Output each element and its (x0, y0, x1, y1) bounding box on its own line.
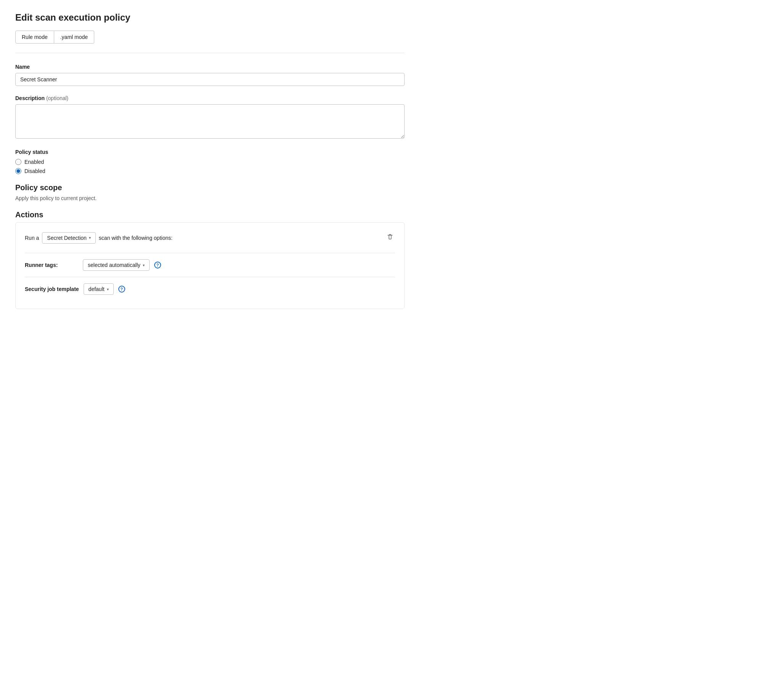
chevron-down-icon-runner: ▾ (143, 263, 145, 267)
action-row: Run a Secret Detection ▾ scan with the f… (25, 232, 395, 244)
security-job-label: Security job template (25, 286, 79, 292)
disabled-radio[interactable] (15, 168, 21, 174)
divider (15, 53, 405, 53)
run-a-text: Run a (25, 235, 39, 241)
description-section: Description (optional) (15, 95, 405, 140)
chevron-down-icon: ▾ (89, 236, 91, 240)
security-job-value: default (89, 286, 105, 292)
scan-type-dropdown[interactable]: Secret Detection ▾ (42, 232, 96, 244)
disabled-radio-option[interactable]: Disabled (15, 168, 405, 174)
page-title: Edit scan execution policy (15, 12, 405, 23)
scan-type-value: Secret Detection (47, 235, 87, 241)
runner-tags-label: Runner tags: (25, 262, 78, 268)
disabled-radio-label: Disabled (24, 168, 45, 174)
enabled-radio[interactable] (15, 159, 21, 165)
action-card: Run a Secret Detection ▾ scan with the f… (15, 222, 405, 309)
actions-section: Actions Run a Secret Detection ▾ scan wi… (15, 210, 405, 309)
mode-tabs: Rule mode .yaml mode (15, 31, 405, 44)
chevron-down-icon-job: ▾ (107, 287, 109, 291)
security-job-dropdown[interactable]: default ▾ (84, 283, 114, 295)
runner-tags-value: selected automatically (88, 262, 140, 268)
policy-status-label: Policy status (15, 149, 405, 155)
enabled-radio-option[interactable]: Enabled (15, 159, 405, 165)
policy-scope-subtitle: Apply this policy to current project. (15, 195, 405, 201)
runner-tags-help-icon[interactable]: ? (154, 262, 161, 268)
policy-status-radio-group: Enabled Disabled (15, 159, 405, 174)
name-label: Name (15, 64, 405, 70)
delete-action-icon[interactable] (385, 232, 395, 244)
policy-scope-heading: Policy scope (15, 183, 405, 192)
policy-status-section: Policy status Enabled Disabled (15, 149, 405, 174)
runner-tags-row: Runner tags: selected automatically ▾ ? (25, 253, 395, 277)
runner-tags-dropdown[interactable]: selected automatically ▾ (83, 259, 150, 271)
security-job-row: Security job template default ▾ ? (25, 277, 395, 301)
policy-scope-section: Policy scope Apply this policy to curren… (15, 183, 405, 201)
scan-suffix-text: scan with the following options: (99, 235, 173, 241)
actions-heading: Actions (15, 210, 405, 219)
name-input[interactable] (15, 73, 405, 86)
name-section: Name (15, 64, 405, 86)
security-job-help-icon[interactable]: ? (118, 286, 125, 293)
description-label: Description (optional) (15, 95, 405, 101)
rule-mode-tab[interactable]: Rule mode (15, 31, 54, 44)
yaml-mode-tab[interactable]: .yaml mode (54, 31, 94, 44)
description-optional: (optional) (46, 95, 68, 101)
enabled-radio-label: Enabled (24, 159, 44, 165)
description-input[interactable] (15, 104, 405, 139)
